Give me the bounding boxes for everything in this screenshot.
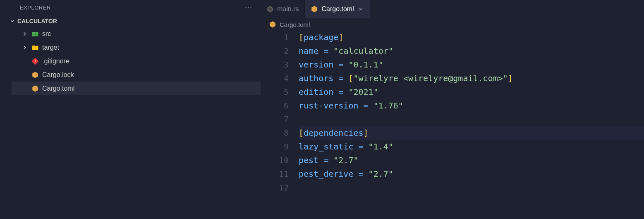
token-sep <box>333 87 338 97</box>
token-key: package <box>304 32 338 42</box>
code-line[interactable] <box>299 181 644 195</box>
code-line[interactable]: version = "0.1.1" <box>299 58 644 72</box>
token-key: rust-version <box>299 101 359 111</box>
token-str: "1.76" <box>373 101 403 111</box>
code-line[interactable]: rust-version = "1.76" <box>299 99 644 113</box>
breadcrumb-file: Cargo.toml <box>280 21 310 28</box>
code-line[interactable]: lazy_static = "1.4" <box>299 140 644 154</box>
token-key: edition <box>299 87 333 97</box>
explorer-header: EXPLORER ··· <box>0 0 261 15</box>
code-line[interactable]: authors = ["wirelyre <wirelyre@gmail.com… <box>299 72 644 85</box>
token-op: = <box>338 73 343 83</box>
tab-main-rs[interactable]: main.rs <box>261 0 305 18</box>
code-line[interactable]: [dependencies] <box>299 126 644 140</box>
tree-file[interactable]: !.gitignore <box>12 54 261 68</box>
workspace-header[interactable]: CALCULATOR <box>0 15 261 27</box>
line-number: 5 <box>261 85 289 99</box>
token-bracket: [ <box>348 73 353 83</box>
token-key: name <box>299 46 318 56</box>
token-str: "2.7" <box>369 169 393 179</box>
cargo-icon <box>31 85 39 92</box>
token-sep <box>353 142 358 152</box>
token-sep <box>364 169 369 179</box>
code-line[interactable]: name = "calculator" <box>299 44 644 58</box>
workspace-name: CALCULATOR <box>17 18 57 24</box>
token-bracket: ] <box>338 32 343 42</box>
svg-text:!: ! <box>35 59 36 63</box>
token-bracket: [ <box>299 128 304 138</box>
token-bracket: ] <box>508 73 513 83</box>
line-number: 1 <box>261 31 289 44</box>
file-tree: srctarget!.gitignoreCargo.lockCargo.toml <box>0 27 261 95</box>
token-key: pest <box>299 155 318 165</box>
tree-folder[interactable]: src <box>12 27 261 41</box>
token-str: "2.7" <box>333 155 358 165</box>
tab-Cargo-toml[interactable]: Cargo.toml× <box>305 0 370 18</box>
code-content[interactable]: [package]name = "calculator"version = "0… <box>299 31 644 195</box>
token-key: version <box>299 60 333 70</box>
line-number: 9 <box>261 140 289 154</box>
token-sep <box>369 101 373 111</box>
code-line[interactable]: pest_derive = "2.7" <box>299 167 644 181</box>
close-icon[interactable]: × <box>357 6 364 12</box>
chevron-right-icon <box>22 31 28 37</box>
token-sep <box>359 101 364 111</box>
tree-folder[interactable]: target <box>12 41 261 54</box>
line-number: 8 <box>261 126 289 140</box>
svg-point-3 <box>268 7 272 11</box>
token-sep <box>318 46 323 56</box>
cargo-icon <box>31 71 39 79</box>
line-number: 3 <box>261 58 289 72</box>
token-sep <box>353 169 358 179</box>
line-number: 7 <box>261 113 289 126</box>
token-bracket: [ <box>299 32 304 42</box>
code-editor[interactable]: 123456789101112 [package]name = "calcula… <box>261 31 644 195</box>
gitignore-icon: ! <box>31 58 39 65</box>
tree-item-label: Cargo.toml <box>42 85 74 92</box>
rust-icon <box>266 5 274 13</box>
tab-bar: main.rsCargo.toml× <box>261 0 644 18</box>
tab-label: main.rs <box>277 5 299 13</box>
code-line[interactable] <box>299 113 644 126</box>
line-number: 4 <box>261 72 289 85</box>
token-key: authors <box>299 73 333 83</box>
tree-item-label: Cargo.lock <box>42 71 74 79</box>
line-number: 6 <box>261 99 289 113</box>
line-number: 11 <box>261 167 289 181</box>
token-key: pest_derive <box>299 169 353 179</box>
more-icon[interactable]: ··· <box>245 3 252 12</box>
token-str: "wirelyre <wirelyre@gmail.com>" <box>353 73 508 83</box>
code-line[interactable]: [package] <box>299 31 644 44</box>
token-sep <box>328 46 333 56</box>
explorer-title: EXPLORER <box>20 5 51 11</box>
token-str: "1.4" <box>369 142 393 152</box>
token-op: = <box>359 142 364 152</box>
token-str: "2021" <box>348 87 378 97</box>
token-op: = <box>323 155 328 165</box>
token-str: "0.1.1" <box>348 60 383 70</box>
cargo-icon <box>269 21 276 28</box>
target-folder-icon <box>31 44 39 51</box>
chevron-right-icon <box>22 44 28 51</box>
tree-file[interactable]: Cargo.toml <box>12 82 261 95</box>
src-folder-icon <box>31 30 39 38</box>
token-op: = <box>364 101 369 111</box>
token-str: "calculator" <box>333 46 393 56</box>
line-number: 12 <box>261 181 289 195</box>
code-line[interactable]: edition = "2021" <box>299 85 644 99</box>
token-sep <box>333 73 338 83</box>
line-gutter: 123456789101112 <box>261 31 299 195</box>
token-sep <box>364 142 369 152</box>
breadcrumb[interactable]: Cargo.toml <box>261 18 644 31</box>
tree-file[interactable]: Cargo.lock <box>12 68 261 82</box>
line-number: 10 <box>261 154 289 167</box>
tree-item-label: src <box>42 30 51 38</box>
token-op: = <box>323 46 328 56</box>
line-number: 2 <box>261 44 289 58</box>
tree-item-label: target <box>42 44 59 51</box>
token-op: = <box>338 60 343 70</box>
token-op: = <box>338 87 343 97</box>
tab-label: Cargo.toml <box>321 5 354 13</box>
code-line[interactable]: pest = "2.7" <box>299 154 644 167</box>
editor-area: main.rsCargo.toml× Cargo.toml 1234567891… <box>261 0 644 219</box>
